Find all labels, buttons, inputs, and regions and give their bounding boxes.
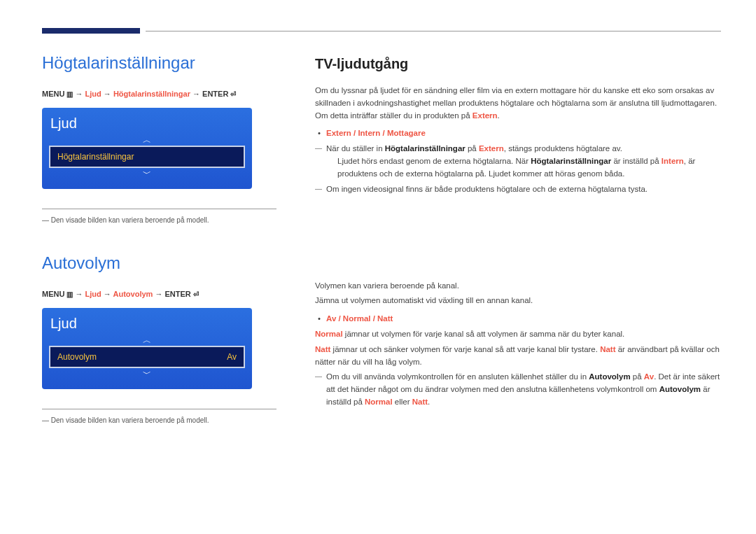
tv-dash-1: När du ställer in Högtalarinställningar … [315,143,721,180]
tv-dash-2: Om ingen videosignal finns är både produ… [315,183,721,196]
model-note: ― Den visade bilden kan variera beroende… [42,216,276,224]
model-note: ― Den visade bilden kan variera beroende… [42,416,276,424]
chevron-up-icon[interactable]: ︿ [49,134,245,146]
text: Om du lyssnar på ljudet för en sändning … [315,86,717,120]
breadcrumb-menu-label: MENU [42,290,64,298]
text-bold: Högtalarinställningar [385,144,465,153]
arrow-icon: → [104,290,111,298]
arrow-icon: → [155,290,162,298]
chevron-down-icon[interactable]: ﹀ [49,368,245,379]
breadcrumb-enter-label: ENTER [164,290,190,298]
breadcrumb-menu-label: MENU [42,90,64,98]
breadcrumb-hogtalar: MENU ▥ → Ljud → Högtalarinställningar → … [42,90,276,98]
text: eller [393,398,412,406]
text: är inställd på [611,157,662,165]
text-red: Extern [479,144,504,153]
text: jämnar ut och sänker volymen för varje k… [330,345,600,353]
breadcrumb-auto: Autovolym [113,290,153,298]
auto-dash: Om du vill använda volymkontrollen för e… [315,371,721,408]
menu-item-label: Högtalarinställningar [57,152,134,162]
auto-bullet-options: Av / Normal / Natt [315,313,721,325]
text: . [428,398,430,406]
menu-card-title: Ljud [49,115,245,134]
text: jämnar ut volymen för varje kanal så att… [343,330,625,338]
text-bold: Autovolym [659,385,701,393]
chevron-up-icon[interactable]: ︿ [49,335,245,346]
text: på [631,372,644,381]
text: Om ingen videosignal finns är både produ… [326,185,648,193]
breadcrumb-hog: Högtalarinställningar [113,90,190,98]
tv-bullet-options: Extern / Intern / Mottagare [315,127,721,140]
menu-card-hogtalar: Ljud ︿ Högtalarinställningar ﹀ [42,108,252,189]
arrow-icon: → [104,90,111,98]
menu-card-selected-item[interactable]: Högtalarinställningar [49,146,245,168]
text: Ljudet hörs endast genom de externa högt… [337,157,531,165]
section-title-autovolym: Autovolym [42,253,276,273]
text-red: Intern [662,157,684,165]
menu-grid-icon: ▥ [66,290,73,298]
menu-item-label: Autovolym [57,352,97,362]
auto-p1: Volymen kan variera beroende på kanal. [315,280,721,293]
model-note-text: Den visade bilden kan variera beroende p… [51,216,209,224]
text: på [465,144,479,153]
breadcrumb-autovolym: MENU ▥ → Ljud → Autovolym → ENTER ⏎ [42,290,276,298]
header-rule [42,28,721,34]
text-red: Natt [600,345,615,353]
breadcrumb-enter-label: ENTER [202,90,228,98]
text-red: Normal [315,330,343,338]
text: När du ställer in [326,144,385,153]
enter-icon: ⏎ [193,290,199,298]
header-rule-thick [42,28,140,34]
menu-item-value: Av [227,352,237,362]
arrow-icon: → [76,90,83,98]
arrow-icon: → [76,290,83,298]
menu-card-autovolym: Ljud ︿ Autovolym Av ﹀ [42,308,252,389]
text: . [498,111,500,120]
divider [42,209,276,209]
breadcrumb-ljud: Ljud [85,290,102,298]
auto-natt-line: Natt jämnar ut och sänker volymen för va… [315,344,721,369]
text: , stängs produktens högtalare av. [504,144,622,153]
breadcrumb-ljud: Ljud [85,90,102,98]
text-red: Natt [412,398,428,406]
text-red: Normal [365,398,393,406]
section-title-hogtalarinstallningar: Högtalarinställningar [42,53,276,73]
model-note-text: Den visade bilden kan variera beroende p… [51,416,209,424]
enter-icon: ⏎ [230,90,236,98]
auto-p2: Jämna ut volymen automatiskt vid växling… [315,295,721,307]
text-bold: Högtalarinställningar [531,157,611,165]
menu-grid-icon: ▥ [66,90,73,98]
text-bold: Autovolym [589,372,630,381]
arrow-icon: → [192,90,200,98]
menu-card-title: Ljud [49,315,245,335]
text-red: Natt [315,345,330,353]
text-extern: Extern [472,111,498,120]
options-text: Av / Normal / Natt [326,314,393,323]
text-red: Av [644,372,654,381]
options-text: Extern / Intern / Mottagare [326,129,426,137]
divider [42,409,276,409]
auto-normal-line: Normal jämnar ut volymen för varje kanal… [315,328,721,341]
header-rule-thin [146,31,721,31]
tv-paragraph-1: Om du lyssnar på ljudet för en sändning … [315,85,721,122]
tv-section-title: TV-ljudutgång [315,53,721,75]
chevron-down-icon[interactable]: ﹀ [49,168,245,179]
tv-dash-1-sub: Ljudet hörs endast genom de externa högt… [326,155,721,181]
menu-card-selected-item[interactable]: Autovolym Av [49,346,245,368]
text: Om du vill använda volymkontrollen för e… [326,372,589,381]
